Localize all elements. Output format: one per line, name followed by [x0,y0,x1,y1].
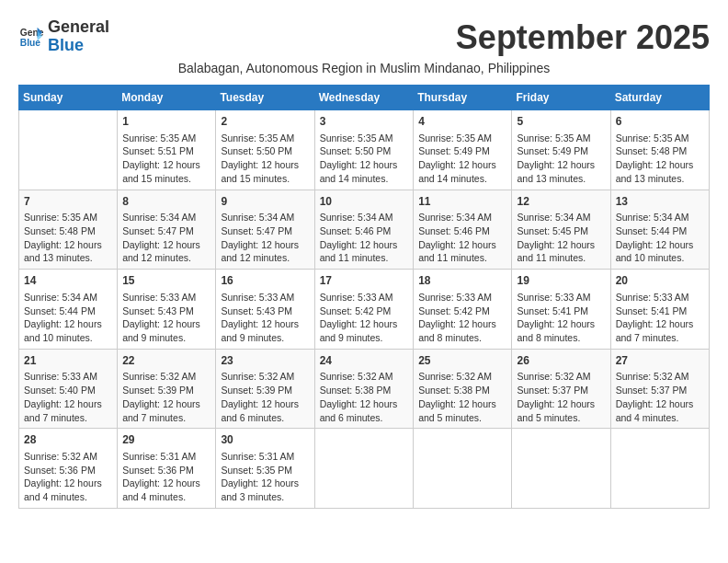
date-number: 16 [221,273,309,289]
date-number: 3 [320,114,409,130]
cell-info: Sunrise: 5:35 AM Sunset: 5:49 PM Dayligh… [517,132,605,186]
cell-info: Sunrise: 5:31 AM Sunset: 5:35 PM Dayligh… [221,450,309,504]
calendar-cell [414,429,512,509]
cell-info: Sunrise: 5:35 AM Sunset: 5:51 PM Dayligh… [122,132,210,186]
date-number: 14 [24,273,112,289]
day-header-sunday: Sunday [19,86,118,110]
day-header-monday: Monday [118,86,216,110]
calendar-cell: 14Sunrise: 5:34 AM Sunset: 5:44 PM Dayli… [19,270,118,350]
calendar-week-3: 14Sunrise: 5:34 AM Sunset: 5:44 PM Dayli… [19,270,710,350]
calendar-cell: 30Sunrise: 5:31 AM Sunset: 5:35 PM Dayli… [216,429,314,509]
date-number: 10 [320,194,409,210]
date-number: 27 [616,353,704,369]
cell-info: Sunrise: 5:32 AM Sunset: 5:39 PM Dayligh… [122,370,210,424]
header-row: SundayMondayTuesdayWednesdayThursdayFrid… [19,86,710,110]
calendar-cell: 23Sunrise: 5:32 AM Sunset: 5:39 PM Dayli… [216,349,314,429]
cell-info: Sunrise: 5:34 AM Sunset: 5:44 PM Dayligh… [24,291,112,345]
date-number: 18 [418,273,506,289]
calendar-cell: 7Sunrise: 5:35 AM Sunset: 5:48 PM Daylig… [19,190,118,270]
date-number: 19 [517,273,605,289]
date-number: 7 [24,194,112,210]
calendar-cell: 25Sunrise: 5:32 AM Sunset: 5:38 PM Dayli… [414,349,512,429]
calendar-cell: 29Sunrise: 5:31 AM Sunset: 5:36 PM Dayli… [118,429,216,509]
calendar-cell: 2Sunrise: 5:35 AM Sunset: 5:50 PM Daylig… [216,110,314,190]
calendar-cell: 18Sunrise: 5:33 AM Sunset: 5:42 PM Dayli… [414,270,512,350]
calendar-cell [314,429,414,509]
calendar-week-5: 28Sunrise: 5:32 AM Sunset: 5:36 PM Dayli… [19,429,710,509]
date-number: 17 [320,273,409,289]
cell-info: Sunrise: 5:32 AM Sunset: 5:38 PM Dayligh… [418,370,506,424]
cell-info: Sunrise: 5:33 AM Sunset: 5:42 PM Dayligh… [320,291,409,345]
cell-info: Sunrise: 5:35 AM Sunset: 5:48 PM Dayligh… [616,132,704,186]
calendar-cell [610,429,709,509]
cell-info: Sunrise: 5:35 AM Sunset: 5:50 PM Dayligh… [221,132,309,186]
cell-info: Sunrise: 5:34 AM Sunset: 5:46 PM Dayligh… [320,211,409,265]
calendar-cell: 9Sunrise: 5:34 AM Sunset: 5:47 PM Daylig… [216,190,314,270]
cell-info: Sunrise: 5:31 AM Sunset: 5:36 PM Dayligh… [122,450,210,504]
day-header-tuesday: Tuesday [216,86,314,110]
calendar-cell [512,429,610,509]
calendar-cell: 20Sunrise: 5:33 AM Sunset: 5:41 PM Dayli… [610,270,709,350]
calendar-cell: 10Sunrise: 5:34 AM Sunset: 5:46 PM Dayli… [314,190,414,270]
calendar-cell: 19Sunrise: 5:33 AM Sunset: 5:41 PM Dayli… [512,270,610,350]
calendar-cell: 4Sunrise: 5:35 AM Sunset: 5:49 PM Daylig… [414,110,512,190]
cell-info: Sunrise: 5:32 AM Sunset: 5:37 PM Dayligh… [517,370,605,424]
calendar-week-2: 7Sunrise: 5:35 AM Sunset: 5:48 PM Daylig… [19,190,710,270]
date-number: 26 [517,353,605,369]
calendar-cell: 21Sunrise: 5:33 AM Sunset: 5:40 PM Dayli… [19,349,118,429]
date-number: 15 [122,273,210,289]
cell-info: Sunrise: 5:32 AM Sunset: 5:39 PM Dayligh… [221,370,309,424]
cell-info: Sunrise: 5:32 AM Sunset: 5:37 PM Dayligh… [616,370,704,424]
calendar-week-4: 21Sunrise: 5:33 AM Sunset: 5:40 PM Dayli… [19,349,710,429]
calendar-cell: 16Sunrise: 5:33 AM Sunset: 5:43 PM Dayli… [216,270,314,350]
day-header-wednesday: Wednesday [314,86,414,110]
calendar-cell: 24Sunrise: 5:32 AM Sunset: 5:38 PM Dayli… [314,349,414,429]
cell-info: Sunrise: 5:33 AM Sunset: 5:40 PM Dayligh… [24,370,112,424]
day-header-saturday: Saturday [610,86,709,110]
cell-info: Sunrise: 5:33 AM Sunset: 5:43 PM Dayligh… [221,291,309,345]
calendar-table: SundayMondayTuesdayWednesdayThursdayFrid… [18,85,710,509]
calendar-cell [19,110,118,190]
date-number: 25 [418,353,506,369]
month-title: September 2025 [456,18,710,57]
date-number: 21 [24,353,112,369]
calendar-cell: 26Sunrise: 5:32 AM Sunset: 5:37 PM Dayli… [512,349,610,429]
calendar-week-1: 1Sunrise: 5:35 AM Sunset: 5:51 PM Daylig… [19,110,710,190]
subtitle: Balabagan, Autonomous Region in Muslim M… [18,61,710,75]
cell-info: Sunrise: 5:33 AM Sunset: 5:42 PM Dayligh… [418,291,506,345]
calendar-cell: 22Sunrise: 5:32 AM Sunset: 5:39 PM Dayli… [118,349,216,429]
cell-info: Sunrise: 5:35 AM Sunset: 5:48 PM Dayligh… [24,211,112,265]
date-number: 29 [122,432,210,448]
date-number: 28 [24,432,112,448]
date-number: 2 [221,114,309,130]
date-number: 1 [122,114,210,130]
calendar-cell: 13Sunrise: 5:34 AM Sunset: 5:44 PM Dayli… [610,190,709,270]
calendar-cell: 8Sunrise: 5:34 AM Sunset: 5:47 PM Daylig… [118,190,216,270]
date-number: 30 [221,432,309,448]
cell-info: Sunrise: 5:33 AM Sunset: 5:43 PM Dayligh… [122,291,210,345]
calendar-cell: 5Sunrise: 5:35 AM Sunset: 5:49 PM Daylig… [512,110,610,190]
date-number: 11 [418,194,506,210]
date-number: 13 [616,194,704,210]
calendar-cell: 6Sunrise: 5:35 AM Sunset: 5:48 PM Daylig… [610,110,709,190]
calendar-cell: 27Sunrise: 5:32 AM Sunset: 5:37 PM Dayli… [610,349,709,429]
calendar-cell: 3Sunrise: 5:35 AM Sunset: 5:50 PM Daylig… [314,110,414,190]
day-header-thursday: Thursday [414,86,512,110]
date-number: 23 [221,353,309,369]
date-number: 24 [320,353,409,369]
calendar-cell: 11Sunrise: 5:34 AM Sunset: 5:46 PM Dayli… [414,190,512,270]
cell-info: Sunrise: 5:34 AM Sunset: 5:44 PM Dayligh… [616,211,704,265]
calendar-cell: 15Sunrise: 5:33 AM Sunset: 5:43 PM Dayli… [118,270,216,350]
calendar-cell: 12Sunrise: 5:34 AM Sunset: 5:45 PM Dayli… [512,190,610,270]
date-number: 6 [616,114,704,130]
calendar-cell: 1Sunrise: 5:35 AM Sunset: 5:51 PM Daylig… [118,110,216,190]
cell-info: Sunrise: 5:35 AM Sunset: 5:49 PM Dayligh… [418,132,506,186]
cell-info: Sunrise: 5:32 AM Sunset: 5:36 PM Dayligh… [24,450,112,504]
date-number: 20 [616,273,704,289]
date-number: 5 [517,114,605,130]
cell-info: Sunrise: 5:33 AM Sunset: 5:41 PM Dayligh… [616,291,704,345]
cell-info: Sunrise: 5:34 AM Sunset: 5:45 PM Dayligh… [517,211,605,265]
cell-info: Sunrise: 5:35 AM Sunset: 5:50 PM Dayligh… [320,132,409,186]
cell-info: Sunrise: 5:34 AM Sunset: 5:47 PM Dayligh… [122,211,210,265]
date-number: 4 [418,114,506,130]
